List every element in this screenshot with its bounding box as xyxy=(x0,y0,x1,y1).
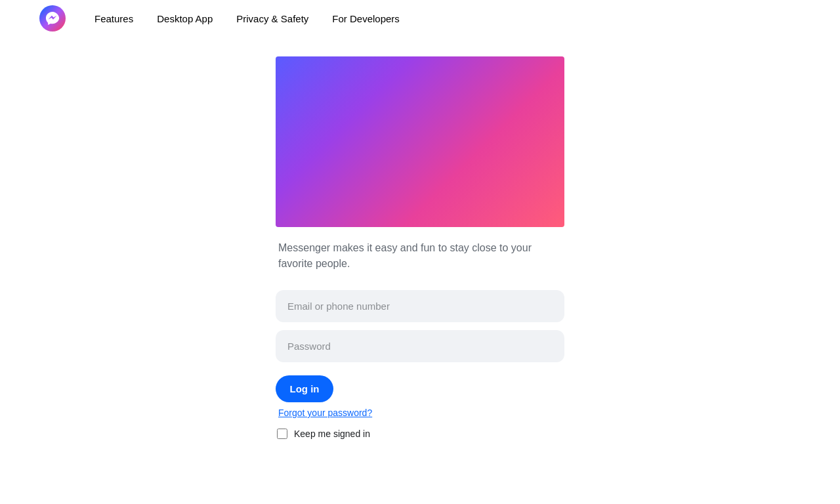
forgot-password-link[interactable]: Forgot your password? xyxy=(276,408,564,418)
password-input[interactable] xyxy=(276,330,564,362)
nav-item-privacy-safety[interactable]: Privacy & Safety xyxy=(227,8,318,30)
messenger-logo[interactable] xyxy=(39,5,66,32)
keep-signed-in-checkbox[interactable] xyxy=(277,429,287,439)
login-button[interactable]: Log in xyxy=(276,375,333,402)
email-input[interactable] xyxy=(276,290,564,322)
nav-item-desktop-app[interactable]: Desktop App xyxy=(148,8,222,30)
description-text: Messenger makes it easy and fun to stay … xyxy=(276,240,564,272)
nav-item-features[interactable]: Features xyxy=(85,8,142,30)
center-container: Messenger makes it easy and fun to stay … xyxy=(276,56,564,439)
keep-signed-in-label[interactable]: Keep me signed in xyxy=(294,429,370,439)
main-content: Messenger makes it easy and fun to stay … xyxy=(0,37,840,439)
messenger-logo-icon xyxy=(39,5,66,32)
nav-item-for-developers[interactable]: For Developers xyxy=(323,8,409,30)
keep-signed-in-container: Keep me signed in xyxy=(276,429,564,439)
main-nav: Features Desktop App Privacy & Safety Fo… xyxy=(85,8,409,30)
messenger-logo-svg xyxy=(45,11,60,26)
header: Features Desktop App Privacy & Safety Fo… xyxy=(0,0,840,37)
login-form: Log in Forgot your password? Keep me sig… xyxy=(276,290,564,439)
hero-image xyxy=(276,56,564,227)
form-actions: Log in Forgot your password? xyxy=(276,373,564,418)
